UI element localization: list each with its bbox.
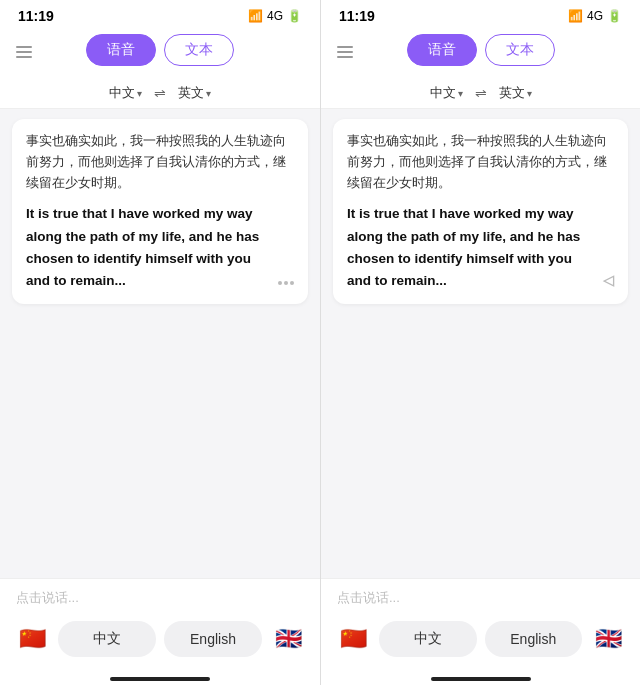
menu-icon-right[interactable]: [337, 46, 353, 58]
bottom-bar-right: 🇨🇳 中文 English 🇬🇧: [321, 613, 640, 671]
network-right: 4G: [587, 9, 603, 23]
home-bar-right: [431, 677, 531, 681]
lang-pill-en-right[interactable]: English: [485, 621, 583, 657]
flag-cn-right[interactable]: 🇨🇳: [335, 621, 371, 657]
loading-dots-left: [278, 281, 294, 285]
speaker-icon-right[interactable]: ◁: [603, 269, 614, 292]
battery-icon-left: 🔋: [287, 9, 302, 23]
status-icons-left: 📶 4G 🔋: [248, 9, 302, 23]
hint-text-left: 点击说话...: [0, 579, 320, 613]
status-bar-right: 11:19 📶 4G 🔋: [321, 0, 640, 28]
bottom-area-right: 点击说话... 🇨🇳 中文 English 🇬🇧: [321, 578, 640, 671]
lang-pill-en-left[interactable]: English: [164, 621, 262, 657]
status-icons-right: 📶 4G 🔋: [568, 9, 622, 23]
flag-uk-right[interactable]: 🇬🇧: [590, 621, 626, 657]
tab-text-left[interactable]: 文本: [164, 34, 234, 66]
translated-text-right: It is true that I have worked my way alo…: [347, 203, 614, 292]
tab-voice-left[interactable]: 语音: [86, 34, 156, 66]
target-lang-right[interactable]: 英文: [499, 84, 532, 102]
battery-icon-right: 🔋: [607, 9, 622, 23]
tab-text-right[interactable]: 文本: [485, 34, 555, 66]
top-bar-right: 语音 文本: [321, 28, 640, 76]
time-right: 11:19: [339, 8, 375, 24]
home-bar-left: [110, 677, 210, 681]
translation-card-right: 事实也确实如此，我一种按照我的人生轨迹向前努力，而他则选择了自我认清你的方式，继…: [333, 119, 628, 304]
right-phone: 11:19 📶 4G 🔋 语音 文本 中文 ⇌ 英文 事实也确实如此，我一种按照…: [320, 0, 640, 685]
signal-icon-left: 📶: [248, 9, 263, 23]
left-phone: 11:19 📶 4G 🔋 语音 文本 中文 ⇌ 英文 事实也确实如此，我一种按照…: [0, 0, 320, 685]
status-bar-left: 11:19 📶 4G 🔋: [0, 0, 320, 28]
swap-icon-right[interactable]: ⇌: [475, 85, 487, 101]
home-indicator-right: [321, 671, 640, 685]
translation-card-left: 事实也确实如此，我一种按照我的人生轨迹向前努力，而他则选择了自我认清你的方式，继…: [12, 119, 308, 304]
flag-uk-left[interactable]: 🇬🇧: [270, 621, 306, 657]
lang-pill-cn-right[interactable]: 中文: [379, 621, 477, 657]
translated-text-left: It is true that I have worked my way alo…: [26, 203, 294, 292]
bottom-bar-left: 🇨🇳 中文 English 🇬🇧: [0, 613, 320, 671]
time-left: 11:19: [18, 8, 54, 24]
lang-pill-cn-left[interactable]: 中文: [58, 621, 156, 657]
signal-icon-right: 📶: [568, 9, 583, 23]
source-text-left: 事实也确实如此，我一种按照我的人生轨迹向前努力，而他则选择了自我认清你的方式，继…: [26, 131, 294, 193]
flag-cn-left[interactable]: 🇨🇳: [14, 621, 50, 657]
bottom-area-left: 点击说话... 🇨🇳 中文 English 🇬🇧: [0, 578, 320, 671]
hint-text-right: 点击说话...: [321, 579, 640, 613]
top-bar-left: 语音 文本: [0, 28, 320, 76]
target-lang-left[interactable]: 英文: [178, 84, 211, 102]
source-text-right: 事实也确实如此，我一种按照我的人生轨迹向前努力，而他则选择了自我认清你的方式，继…: [347, 131, 614, 193]
main-area-left: [0, 314, 320, 578]
swap-icon-left[interactable]: ⇌: [154, 85, 166, 101]
audio-dots-left[interactable]: [274, 269, 294, 292]
source-lang-right[interactable]: 中文: [430, 84, 463, 102]
tab-voice-right[interactable]: 语音: [407, 34, 477, 66]
main-area-right: [321, 314, 640, 578]
menu-icon-left[interactable]: [16, 46, 32, 58]
network-left: 4G: [267, 9, 283, 23]
translated-content-left: It is true that I have worked my way alo…: [26, 203, 268, 292]
lang-bar-right: 中文 ⇌ 英文: [321, 76, 640, 109]
lang-bar-left: 中文 ⇌ 英文: [0, 76, 320, 109]
translated-content-right: It is true that I have worked my way alo…: [347, 203, 597, 292]
home-indicator-left: [0, 671, 320, 685]
source-lang-left[interactable]: 中文: [109, 84, 142, 102]
